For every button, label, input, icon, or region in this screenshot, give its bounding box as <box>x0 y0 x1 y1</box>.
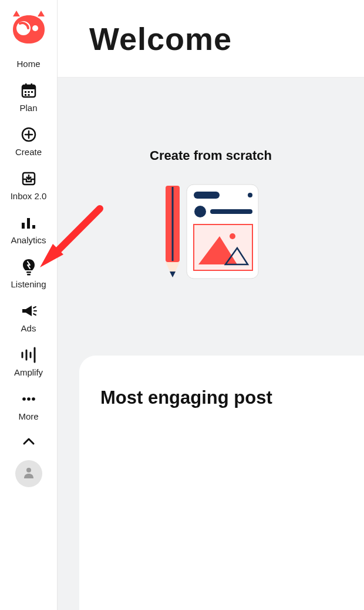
svg-rect-10 <box>28 94 29 96</box>
audio-bars-icon <box>20 346 38 364</box>
sidebar-item-amplify[interactable]: Amplify <box>0 340 57 384</box>
svg-point-28 <box>26 468 31 472</box>
create-post-illustration[interactable] <box>161 182 261 282</box>
svg-rect-34 <box>194 192 220 199</box>
sidebar-item-label: Listening <box>11 279 46 289</box>
svg-rect-19 <box>26 272 31 273</box>
svg-rect-3 <box>22 85 35 89</box>
sidebar-item-label: Plan <box>19 103 37 113</box>
bar-chart-icon <box>20 214 38 232</box>
section-heading: Most engaging post <box>100 387 364 408</box>
sidebar-item-plan[interactable]: Plan <box>0 76 57 120</box>
sidebar-item-label: Analytics <box>11 235 46 245</box>
create-from-scratch-heading: Create from scratch <box>150 148 272 163</box>
sidebar-item-label: Amplify <box>14 367 43 377</box>
sidebar-item-create[interactable]: Create <box>0 120 57 164</box>
svg-point-1 <box>32 25 38 31</box>
svg-point-41 <box>230 233 235 239</box>
svg-rect-8 <box>31 91 33 93</box>
sidebar-item-label: Create <box>15 147 42 157</box>
svg-point-25 <box>22 397 26 401</box>
sidebar-item-ads[interactable]: Ads <box>0 296 57 340</box>
svg-point-36 <box>194 206 206 217</box>
svg-rect-5 <box>31 83 32 87</box>
collapse-button[interactable] <box>0 428 57 457</box>
svg-rect-30 <box>172 187 174 261</box>
svg-rect-20 <box>27 274 31 276</box>
svg-point-35 <box>248 193 252 197</box>
engaging-post-panel: Most engaging post <box>79 356 364 610</box>
sidebar-item-analytics[interactable]: Analytics <box>0 208 57 252</box>
svg-marker-32 <box>170 272 176 277</box>
user-avatar[interactable] <box>15 460 42 487</box>
svg-rect-17 <box>27 218 30 229</box>
sidebar-item-label: More <box>18 411 38 421</box>
lightbulb-icon <box>21 258 36 276</box>
sidebar-item-label: Inbox 2.0 <box>11 191 47 201</box>
chevron-up-icon <box>22 437 36 448</box>
brand-logo[interactable] <box>12 11 46 47</box>
sidebar-item-more[interactable]: More <box>0 384 57 428</box>
calendar-icon <box>21 82 37 99</box>
sidebar: Home Plan Create <box>0 0 58 610</box>
plus-circle-icon <box>21 126 37 143</box>
inbox-icon <box>21 170 37 187</box>
svg-point-26 <box>27 397 31 401</box>
svg-rect-7 <box>28 91 29 93</box>
svg-rect-37 <box>210 209 252 214</box>
sidebar-item-home[interactable]: Home <box>0 53 57 76</box>
svg-rect-6 <box>25 91 26 93</box>
page-title: Welcome <box>89 21 232 57</box>
svg-rect-9 <box>25 94 26 96</box>
sidebar-item-label: Ads <box>21 323 36 333</box>
more-dots-icon <box>21 390 37 408</box>
svg-rect-16 <box>22 223 25 229</box>
svg-rect-4 <box>25 83 27 87</box>
page-header: Welcome <box>58 0 364 78</box>
svg-point-27 <box>32 397 35 401</box>
sidebar-item-label: Home <box>16 59 40 69</box>
megaphone-icon <box>20 302 38 320</box>
person-icon <box>22 465 36 482</box>
sidebar-item-listening[interactable]: Listening <box>0 252 57 296</box>
sidebar-item-inbox[interactable]: Inbox 2.0 <box>0 164 57 208</box>
svg-rect-18 <box>32 225 35 229</box>
